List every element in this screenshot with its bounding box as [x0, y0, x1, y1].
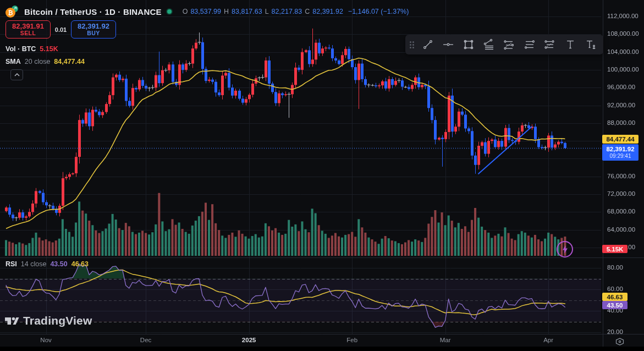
sell-button[interactable]: 82,391.91 SELL: [5, 20, 51, 39]
time-axis[interactable]: NovDec2025FebMarApr: [0, 334, 644, 347]
rsi-value-badge: 43.50: [602, 301, 628, 309]
rsi-axis-label: 60.00: [607, 286, 623, 292]
rsi-params: 14 close: [21, 260, 47, 268]
price-axis-label: 104,000.00: [607, 48, 639, 55]
sma-price-badge: 84,477.44: [602, 135, 639, 144]
buy-price: 82,391.92: [78, 23, 109, 30]
parallel-channel-icon[interactable]: [520, 36, 540, 53]
anchored-text-icon[interactable]: [581, 36, 601, 53]
lightning-bolt-icon: [562, 245, 569, 254]
price-axis-label: 72,000.00: [607, 190, 635, 197]
rsi-ma-value: 46.63: [71, 260, 89, 268]
time-axis-label: Nov: [40, 337, 51, 343]
bottom-bar: [0, 347, 644, 351]
volume-legend[interactable]: Vol · BTC 5.15K: [5, 45, 58, 53]
rsi-ma-badge: 46.63: [602, 293, 628, 301]
rsi-value: 43.50: [50, 260, 67, 268]
tradingview-watermark[interactable]: TradingView: [4, 314, 92, 327]
watermark-text: TradingView: [23, 314, 92, 327]
time-axis-label: Feb: [346, 337, 357, 343]
spread-value: 0.01: [51, 26, 71, 33]
high-value: 83,817.63: [232, 8, 262, 15]
sma-legend[interactable]: SMA 20 close 84,477.44: [5, 58, 85, 65]
rsi-legend[interactable]: RSI 14 close 43.50 46.63: [5, 260, 89, 268]
trade-panel: 82,391.91 SELL 0.01 82,391.92 BUY: [5, 20, 116, 39]
price-axis-label: 112,000.00: [607, 13, 639, 19]
time-axis-label: 2025: [242, 337, 256, 343]
price-axis-label: 76,000.00: [607, 173, 635, 179]
tradingview-chart-app: ₿ Bitcoin / TetherUS · 1D · BINANCE O 83…: [0, 0, 644, 351]
fib-retracement-icon[interactable]: [540, 36, 560, 53]
price-axis-label: 88,000.00: [607, 119, 635, 126]
buy-button[interactable]: 82,391.92 BUY: [71, 20, 116, 39]
low-value: 82,217.83: [272, 8, 302, 15]
tradingview-logo-icon: [4, 314, 19, 327]
bar-countdown: 09:29:41: [610, 153, 631, 160]
time-axis-label: Apr: [543, 337, 553, 343]
sma-label: SMA: [5, 58, 21, 65]
drawing-toolbar: [405, 35, 603, 54]
current-price-badge: 82,391.92 09:29:41: [602, 144, 639, 161]
symbol-title[interactable]: Bitcoin / TetherUS · 1D · BINANCE: [24, 7, 162, 17]
time-axis-label: Mar: [440, 337, 451, 343]
chevron-up-icon: [14, 73, 20, 77]
close-label: C: [305, 8, 310, 15]
trend-line-icon[interactable]: [417, 36, 438, 53]
horizontal-line-icon[interactable]: [438, 36, 458, 53]
open-label: O: [183, 8, 188, 15]
text-icon[interactable]: [560, 36, 581, 53]
sell-price: 82,391.91: [12, 23, 44, 30]
open-value: 83,537.99: [190, 8, 221, 15]
price-axis[interactable]: 84,477.44 82,391.92 09:29:41 5.15K 46.63…: [603, 0, 644, 347]
hexagon-settings-icon[interactable]: [615, 337, 625, 347]
rectangle-icon[interactable]: [458, 36, 478, 53]
bitcoin-logo-icon: ₿: [5, 5, 20, 18]
lightning-button[interactable]: [557, 241, 573, 257]
price-axis-label: 92,000.00: [607, 102, 635, 108]
low-label: L: [265, 8, 269, 15]
price-axis-label: 108,000.00: [607, 30, 639, 37]
market-status-dot[interactable]: [166, 8, 173, 15]
volume-value: 5.15K: [40, 45, 58, 53]
current-price-value: 82,391.92: [606, 146, 634, 153]
time-axis-label: Dec: [140, 337, 151, 343]
price-axis-label: 96,000.00: [607, 84, 635, 90]
collapse-legend-button[interactable]: [10, 69, 23, 80]
close-value: 82,391.92: [312, 8, 343, 15]
rsi-label: RSI: [5, 260, 17, 268]
sell-label: SELL: [20, 30, 36, 37]
sma-params: 20 close: [25, 58, 51, 65]
symbol-legend[interactable]: ₿ Bitcoin / TetherUS · 1D · BINANCE O 83…: [5, 5, 409, 18]
fib-channel-icon[interactable]: [499, 36, 519, 53]
volume-label: Vol · BTC: [5, 45, 36, 53]
pitchfork-icon[interactable]: [478, 36, 499, 53]
price-axis-label: 64,000.00: [607, 226, 635, 233]
change-value: −1,146.07 (−1.37%): [348, 8, 409, 15]
volume-badge: 5.15K: [602, 245, 628, 253]
ohlc-values: O 83,537.99 H 83,817.63 L 82,217.83 C 82…: [183, 8, 409, 15]
sma-value: 84,477.44: [54, 58, 85, 65]
price-axis-label: 100,000.00: [607, 66, 639, 73]
price-axis-label: 68,000.00: [607, 208, 635, 215]
rsi-axis-label: 80.00: [607, 264, 623, 271]
buy-label: BUY: [87, 30, 100, 37]
svg-text:₿: ₿: [8, 9, 13, 16]
toolbar-drag-handle[interactable]: [410, 41, 414, 48]
high-label: H: [224, 8, 229, 15]
